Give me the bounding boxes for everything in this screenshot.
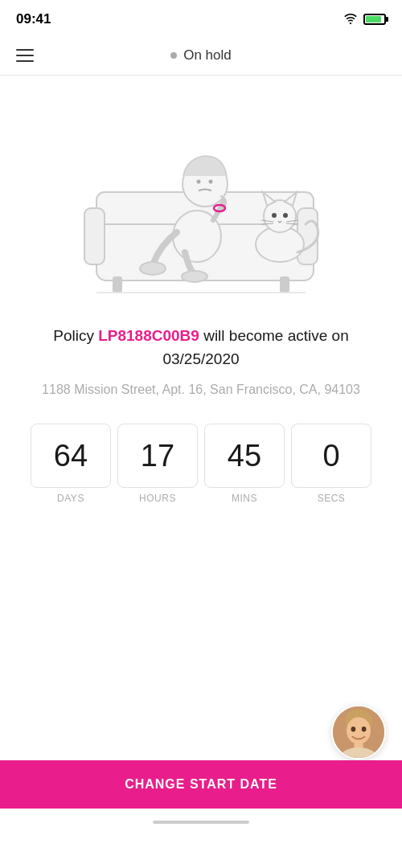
svg-point-8	[197, 180, 201, 184]
hamburger-line-3	[16, 60, 34, 62]
hamburger-menu-button[interactable]	[16, 49, 34, 62]
address-text: 1188 Mission Street, Apt. 16, San Franci…	[24, 380, 378, 399]
change-start-date-button[interactable]: CHANGE START DATE	[0, 760, 402, 809]
svg-point-11	[140, 262, 166, 275]
countdown-hours-label: HOURS	[139, 493, 176, 504]
svg-point-27	[351, 727, 356, 732]
battery-icon	[363, 14, 386, 25]
bottom-section: CHANGE START DATE	[0, 760, 402, 868]
illustration-container	[0, 76, 402, 309]
content-area: Policy LP8188C00B9 will become active on…	[0, 309, 402, 504]
svg-point-17	[272, 213, 277, 218]
svg-point-12	[182, 271, 207, 282]
countdown-mins-label: MINS	[232, 493, 257, 504]
policy-description: Policy LP8188C00B9 will become active on…	[24, 325, 378, 371]
hamburger-line-1	[16, 49, 34, 51]
countdown-secs-label: SECS	[318, 493, 346, 504]
countdown-hours: 17 HOURS	[117, 424, 198, 504]
status-time: 09:41	[16, 11, 51, 27]
agent-avatar-image	[333, 706, 384, 758]
countdown-mins-box: 45	[204, 424, 285, 488]
svg-point-9	[209, 180, 213, 184]
home-indicator	[0, 809, 402, 836]
countdown-days: 64 DAYS	[31, 424, 111, 504]
svg-rect-4	[113, 276, 122, 293]
nav-title-text: On hold	[183, 47, 232, 63]
hamburger-line-2	[16, 55, 34, 56]
countdown-days-box: 64	[31, 424, 111, 488]
wifi-icon	[343, 14, 359, 25]
waiting-illustration	[72, 96, 330, 297]
svg-rect-2	[84, 208, 105, 264]
on-hold-dot	[170, 52, 177, 59]
nav-title: On hold	[170, 47, 232, 63]
nav-bar: On hold	[0, 35, 402, 76]
countdown-hours-box: 17	[117, 424, 198, 488]
policy-id: LP8188C00B9	[98, 327, 199, 344]
svg-rect-5	[280, 276, 289, 293]
countdown-days-label: DAYS	[57, 493, 84, 504]
svg-point-18	[283, 213, 288, 218]
countdown-mins: 45 MINS	[204, 424, 285, 504]
status-bar: 09:41	[0, 0, 402, 35]
countdown-secs-box: 0	[291, 424, 371, 488]
agent-avatar-container[interactable]	[331, 705, 386, 760]
svg-point-28	[362, 727, 367, 732]
battery-fill	[366, 16, 381, 23]
status-icons	[343, 14, 386, 25]
countdown-timer: 64 DAYS 17 HOURS 45 MINS 0 SECS	[24, 424, 378, 504]
svg-point-26	[347, 717, 371, 744]
home-bar	[153, 821, 249, 824]
countdown-secs: 0 SECS	[291, 424, 371, 504]
agent-avatar[interactable]	[331, 705, 386, 760]
